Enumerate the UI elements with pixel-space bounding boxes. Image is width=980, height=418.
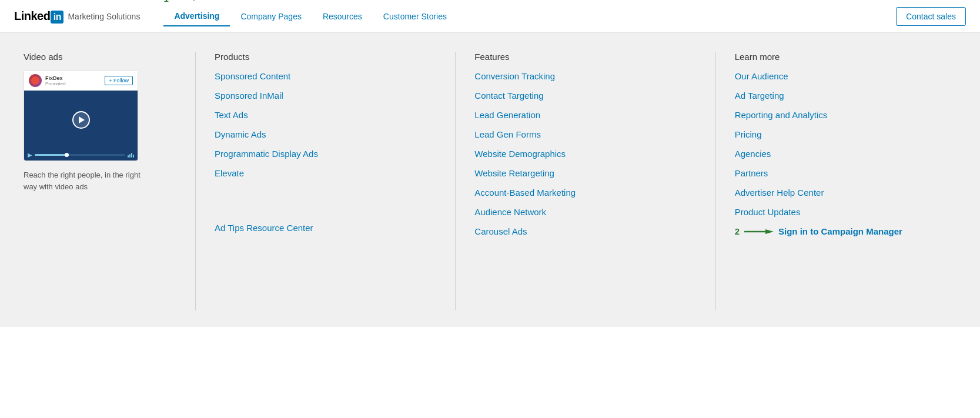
vol-bar-1 — [128, 155, 129, 158]
divider-1 — [195, 52, 196, 310]
video-player[interactable] — [24, 91, 138, 149]
products-title: Products — [215, 52, 436, 62]
feature-conversion-tracking[interactable]: Conversion Tracking — [474, 71, 696, 81]
learn-agencies[interactable]: Agencies — [735, 149, 956, 159]
learn-partners[interactable]: Partners — [735, 168, 956, 178]
sign-in-campaign-manager[interactable]: Sign in to Campaign Manager — [778, 226, 902, 236]
logo-subtitle: Marketing Solutions — [68, 12, 140, 21]
product-dynamic-ads[interactable]: Dynamic Ads — [215, 129, 436, 139]
learn-more-title: Learn more — [735, 52, 956, 62]
linkedin-logo: Linkedin — [14, 9, 64, 24]
video-ads-section: Video ads FixDex Promoted + Follow — [24, 52, 153, 310]
video-card-header: FixDex Promoted + Follow — [24, 71, 138, 91]
volume-bars — [128, 153, 134, 158]
svg-marker-1 — [193, 0, 202, 1]
learn-pricing[interactable]: Pricing — [735, 129, 956, 139]
logo-area: Linkedin Marketing Solutions — [14, 9, 140, 24]
progress-dot — [65, 153, 69, 157]
svg-marker-3 — [765, 229, 774, 234]
sign-in-row: 2 Sign in to Campaign Manager — [735, 226, 956, 236]
progress-fill — [35, 154, 66, 156]
promoted-label: Promoted — [45, 81, 66, 86]
vol-bar-2 — [129, 154, 131, 158]
annotation-2-arrow — [744, 227, 774, 236]
profile-avatar — [29, 74, 42, 87]
feature-contact-targeting[interactable]: Contact Targeting — [474, 91, 696, 101]
learn-reporting-analytics[interactable]: Reporting and Analytics — [735, 110, 956, 120]
learn-our-audience[interactable]: Our Audience — [735, 71, 956, 81]
product-sponsored-inmail[interactable]: Sponsored InMail — [215, 91, 436, 101]
video-ads-title: Video ads — [24, 52, 153, 62]
contact-sales-button[interactable]: Contact sales — [896, 7, 966, 26]
feature-lead-generation[interactable]: Lead Generation — [474, 110, 696, 120]
company-name: FixDex — [45, 75, 66, 81]
video-preview-card: FixDex Promoted + Follow ▶ — [24, 70, 138, 161]
divider-2 — [455, 52, 456, 310]
learn-product-updates[interactable]: Product Updates — [735, 207, 956, 217]
vol-bar-4 — [133, 155, 134, 158]
learn-ad-targeting[interactable]: Ad Targeting — [735, 91, 956, 101]
nav-item-company-pages[interactable]: Company Pages — [230, 7, 312, 26]
features-title: Features — [474, 52, 696, 62]
logo-in-box: in — [51, 11, 63, 24]
main-nav: 1 Advertising Company Pages Resources Cu… — [163, 6, 896, 26]
ad-tips-link[interactable]: Ad Tips Resource Center — [215, 223, 436, 233]
annotation-1-arrow-svg — [172, 0, 202, 3]
feature-audience-network[interactable]: Audience Network — [474, 207, 696, 217]
feature-website-retargeting[interactable]: Website Retargeting — [474, 168, 696, 178]
nav-item-resources[interactable]: Resources — [312, 7, 373, 26]
avatar-inner — [31, 76, 39, 85]
product-elevate[interactable]: Elevate — [215, 168, 436, 178]
annotation-1-number: 1 — [163, 0, 168, 4]
nav-advertising-wrapper: 1 Advertising — [163, 6, 230, 26]
follow-button[interactable]: + Follow — [105, 76, 133, 85]
feature-lead-gen-forms[interactable]: Lead Gen Forms — [474, 129, 696, 139]
play-button[interactable] — [72, 111, 90, 129]
annotation-1: 1 — [163, 0, 201, 4]
video-controls: ▶ — [24, 149, 138, 160]
learn-advertiser-help[interactable]: Advertiser Help Center — [735, 188, 956, 198]
feature-website-demographics[interactable]: Website Demographics — [474, 149, 696, 159]
product-sponsored-content[interactable]: Sponsored Content — [215, 71, 436, 81]
nav-item-advertising[interactable]: Advertising — [163, 6, 230, 26]
play-control-icon[interactable]: ▶ — [28, 152, 32, 158]
dropdown-panel: Video ads FixDex Promoted + Follow — [0, 33, 980, 327]
features-column: Features Conversion Tracking Contact Tar… — [474, 52, 696, 310]
nav-item-customer-stories[interactable]: Customer Stories — [373, 7, 457, 26]
learn-more-column: Learn more Our Audience Ad Targeting Rep… — [735, 52, 956, 310]
feature-account-based-marketing[interactable]: Account-Based Marketing — [474, 188, 696, 198]
annotation-2-number: 2 — [735, 226, 740, 236]
header: Linkedin Marketing Solutions 1 Advertisi… — [0, 0, 980, 33]
feature-carousel-ads[interactable]: Carousel Ads — [474, 226, 696, 236]
video-caption: Reach the right people, in the right way… — [24, 169, 153, 192]
products-column: Products Sponsored Content Sponsored InM… — [215, 52, 436, 310]
product-text-ads[interactable]: Text Ads — [215, 110, 436, 120]
vol-bar-3 — [131, 153, 132, 158]
play-triangle-icon — [79, 116, 85, 123]
logo-linked-text: Linked — [14, 9, 50, 22]
video-profile: FixDex Promoted — [29, 74, 66, 87]
product-programmatic-display[interactable]: Programmatic Display Ads — [215, 149, 436, 159]
divider-3 — [715, 52, 716, 310]
profile-info: FixDex Promoted — [45, 75, 66, 86]
progress-bar[interactable] — [35, 154, 125, 156]
